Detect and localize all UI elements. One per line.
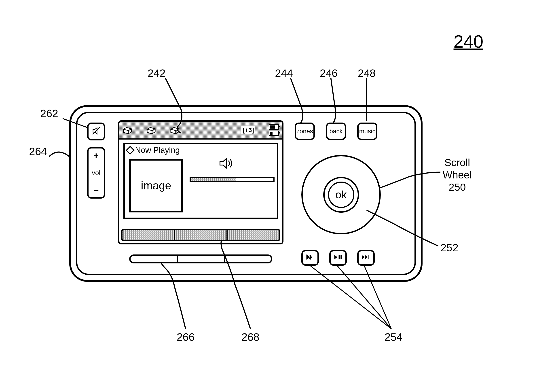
skip-back-icon [305,254,315,262]
zone-box-icon [123,126,133,135]
ref-252: 252 [440,242,458,254]
ref-264: 264 [29,145,47,158]
now-playing-title: Now Playing [125,144,277,156]
svg-marker-5 [310,255,312,259]
battery-status [269,124,279,136]
soft-label-3 [228,230,279,240]
device-body: + vol − zones back music ok [69,105,422,282]
ok-button-ring: ok [323,177,359,213]
svg-rect-8 [341,255,342,259]
screen-softkey-strip [121,229,280,241]
svg-rect-7 [339,255,340,259]
ok-button[interactable]: ok [328,182,354,208]
speaker-icon [219,157,234,170]
titlebar-counter: [+3] [241,126,255,134]
zone-box-icon [170,126,180,135]
softkey-1[interactable] [130,256,178,262]
svg-marker-6 [334,255,338,259]
softkey-3[interactable] [225,256,271,262]
music-button-label: music [359,128,375,135]
ref-242: 242 [148,67,165,79]
now-playing-panel: Now Playing image [123,143,278,219]
ref-244: 244 [275,67,293,79]
soft-label-1 [123,230,175,240]
ref-254: 254 [384,331,403,343]
lcd-screen: [+3] Now Playing image [118,120,283,244]
svg-marker-10 [365,255,368,259]
zones-button-label: zones [296,128,313,135]
ref-262: 262 [40,107,58,120]
ref-266: 266 [177,331,194,343]
screen-titlebar: [+3] [119,122,282,140]
ref-246: 246 [320,67,338,79]
soft-label-2 [175,230,228,240]
music-button[interactable]: music [357,122,377,140]
mute-button[interactable] [87,122,105,140]
zone-box-icon [146,126,157,135]
skip-forward-icon [361,254,371,262]
svg-rect-11 [368,255,369,259]
softkey-bar[interactable] [129,254,272,263]
ref-250: Scroll Wheel 250 [443,157,472,194]
previous-track-button[interactable] [301,250,319,266]
volume-up[interactable]: + [93,151,99,160]
volume-rocker[interactable]: + vol − [87,147,105,199]
diamond-icon [126,146,134,155]
volume-label: vol [92,169,100,177]
back-button-label: back [329,128,343,135]
album-art-placeholder: image [129,159,183,212]
back-button[interactable]: back [326,122,346,140]
scroll-wheel[interactable]: ok [301,155,381,234]
softkey-2[interactable] [178,256,225,262]
progress-bar [190,177,274,182]
mute-icon [92,126,101,137]
svg-marker-9 [362,255,365,259]
ok-button-label: ok [335,188,347,201]
battery-icon [269,124,279,130]
ref-248: 248 [358,67,375,79]
volume-down[interactable]: − [93,186,99,195]
svg-rect-1 [306,255,306,259]
battery-icon [269,131,279,136]
ref-268: 268 [241,331,259,343]
next-track-button[interactable] [357,250,375,266]
zones-button[interactable]: zones [295,122,315,140]
figure-number: 240 [454,31,483,52]
play-pause-icon [333,254,343,262]
play-pause-button[interactable] [329,250,347,266]
